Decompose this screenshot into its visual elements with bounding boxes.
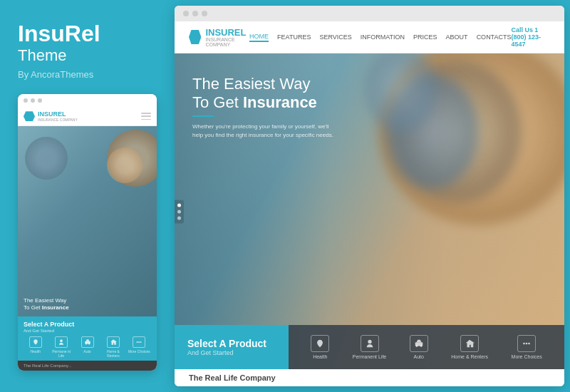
nav-link-contacts[interactable]: CONTACTS xyxy=(477,33,512,41)
mobile-menu-icon[interactable] xyxy=(141,113,151,120)
desktop-dot-3 xyxy=(202,11,207,16)
svg-point-6 xyxy=(140,341,142,343)
mobile-icon-label-more: More Choices xyxy=(128,349,150,354)
mobile-logo-icon xyxy=(24,111,35,121)
product-icon-life[interactable]: Permanent Life xyxy=(353,335,386,359)
mobile-select-title: Select A Product xyxy=(24,321,151,328)
mobile-dot-3 xyxy=(38,98,42,103)
product-icon-health[interactable]: Health xyxy=(311,335,329,359)
svg-point-3 xyxy=(88,344,90,345)
mobile-icon-box-auto xyxy=(81,336,94,348)
svg-point-10 xyxy=(420,345,423,347)
hero-line2: To Get xyxy=(192,93,243,111)
mobile-logo-sub: INSURANCE COMPANY xyxy=(38,118,78,122)
product-icon-box-more xyxy=(517,335,536,352)
mobile-icon-auto[interactable]: Auto xyxy=(76,336,99,358)
mobile-icon-label-home: Home & Renters xyxy=(101,349,125,358)
mobile-hero-image xyxy=(18,126,157,316)
hero-divider xyxy=(192,115,214,117)
mobile-hero-line2: To Get Insurance xyxy=(24,304,69,311)
product-icon-more[interactable]: More Choices xyxy=(512,335,542,359)
left-panel: InsuRel Theme By AncoraThemes INSUREL IN… xyxy=(0,0,175,392)
mobile-dot-2 xyxy=(31,98,35,103)
mobile-footer-text: The Real Life Company... xyxy=(24,363,151,368)
brand-theme: Theme xyxy=(18,46,157,65)
nav-link-home[interactable]: HOME xyxy=(249,33,269,42)
mobile-dot-1 xyxy=(24,98,28,103)
hero-line1: The Easiest Way xyxy=(192,75,310,93)
svg-point-9 xyxy=(415,345,418,347)
svg-point-0 xyxy=(60,339,63,342)
svg-point-4 xyxy=(137,341,138,343)
mobile-hero-line2-text: To Get xyxy=(24,304,42,311)
site-nav: INSUREL INSURANCE COMPANY HOME FEATURES … xyxy=(175,21,564,53)
product-icon-label-more: More Choices xyxy=(512,354,542,359)
svg-point-7 xyxy=(368,340,371,344)
mobile-icon-box-home xyxy=(107,336,120,348)
product-icon-label-health: Health xyxy=(313,354,327,359)
product-icon-box-life xyxy=(361,335,379,352)
site-logo-sub: INSURANCE COMPANY xyxy=(205,37,249,47)
mobile-icon-label-auto: Auto xyxy=(83,349,90,354)
site-logo: INSUREL INSURANCE COMPANY xyxy=(189,28,249,47)
product-icon-auto[interactable]: Auto xyxy=(410,335,428,359)
product-icon-box-auto xyxy=(410,335,428,352)
mobile-select-sub: And Get Started xyxy=(24,329,151,333)
mobile-icon-label-life: Permane nt Life xyxy=(49,349,73,358)
svg-point-12 xyxy=(526,343,528,345)
product-icon-label-auto: Auto xyxy=(414,354,424,359)
product-icons-bar: Health Permanent Life Auto xyxy=(289,325,564,369)
mobile-hero-line2-bold: Insurance xyxy=(42,304,69,311)
product-icon-home[interactable]: Home & Renters xyxy=(451,335,488,359)
site-logo-texts: INSUREL INSURANCE COMPANY xyxy=(205,28,249,47)
nav-link-prices[interactable]: PRICES xyxy=(413,33,437,41)
mobile-icon-life[interactable]: Permane nt Life xyxy=(49,336,73,358)
product-icon-box-home xyxy=(460,335,479,352)
nav-link-about[interactable]: ABOUT xyxy=(446,33,468,41)
hero-bold: Insurance xyxy=(243,93,317,111)
mobile-icon-health[interactable]: Health xyxy=(24,336,47,358)
select-product-box[interactable]: Select A Product And Get Started xyxy=(175,325,289,369)
mobile-hero-line1: The Easiest Way xyxy=(24,297,69,304)
mobile-topbar xyxy=(18,94,157,107)
site-call: Call Us 1 (800) 123-4547 xyxy=(511,26,550,48)
brand-by: By AncoraThemes xyxy=(18,69,157,80)
mobile-icon-more[interactable]: More Choices xyxy=(128,336,151,358)
hero-text-block: The Easiest Way To Get Insurance Whether… xyxy=(192,75,335,140)
mobile-select-bar: Select A Product And Get Started Health … xyxy=(18,316,157,361)
mobile-icon-box-more xyxy=(133,336,145,348)
mobile-icon-label-health: Health xyxy=(30,349,40,354)
svg-point-5 xyxy=(138,341,140,343)
desktop-preview: INSUREL INSURANCE COMPANY HOME FEATURES … xyxy=(175,6,564,386)
desktop-dot-2 xyxy=(192,11,198,16)
nav-link-information[interactable]: INFORMATION xyxy=(361,33,405,41)
mobile-logo-name: INSUREL xyxy=(38,110,78,118)
mobile-icon-box-health xyxy=(29,336,42,348)
scroll-dots xyxy=(175,200,184,223)
mobile-hero-text: The Easiest Way To Get Insurance xyxy=(24,297,69,311)
mobile-icon-box-life xyxy=(55,336,68,348)
site-logo-icon xyxy=(189,30,201,44)
teaser-text: The Real Life Company xyxy=(189,373,276,382)
svg-point-11 xyxy=(523,343,525,345)
site-nav-links: HOME FEATURES SERVICES INFORMATION PRICE… xyxy=(249,33,511,42)
mobile-icons-row: Health Permane nt Life Auto xyxy=(24,336,151,358)
site-hero: The Easiest Way To Get Insurance Whether… xyxy=(175,53,564,369)
scroll-dot-1 xyxy=(177,203,181,207)
product-icon-label-home: Home & Renters xyxy=(451,354,488,359)
desktop-site: INSUREL INSURANCE COMPANY HOME FEATURES … xyxy=(175,21,564,386)
site-teaser-bar: The Real Life Company xyxy=(175,369,564,386)
site-bottom-bar: Select A Product And Get Started Health xyxy=(175,325,564,369)
desktop-topbar xyxy=(175,6,564,21)
product-icon-box-health xyxy=(311,335,329,352)
mobile-icon-home[interactable]: Home & Renters xyxy=(101,336,125,358)
product-icon-label-life: Permanent Life xyxy=(353,354,386,359)
nav-link-services[interactable]: SERVICES xyxy=(319,33,351,41)
hero-heading: The Easiest Way To Get Insurance xyxy=(192,75,335,113)
mobile-logo: INSUREL INSURANCE COMPANY xyxy=(24,110,78,122)
select-product-subtitle: And Get Started xyxy=(187,349,276,356)
call-label: Call Us xyxy=(511,26,533,33)
site-logo-name: INSUREL xyxy=(205,28,249,37)
mobile-hero: The Easiest Way To Get Insurance xyxy=(18,126,157,316)
nav-link-features[interactable]: FEATURES xyxy=(277,33,311,41)
